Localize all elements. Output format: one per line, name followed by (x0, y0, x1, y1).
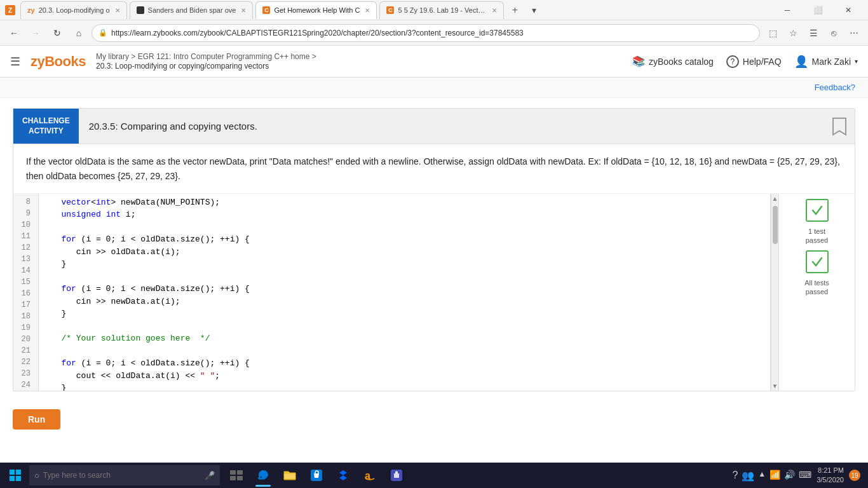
taskbar-taskview[interactable] (224, 463, 249, 488)
breadcrumb-bottom: 20.3: Loop-modifying or copying/comparin… (96, 62, 316, 71)
taskbar-amazon[interactable]: a (357, 463, 383, 488)
taskbar-edge[interactable] (250, 463, 276, 488)
scrollbar-thumb[interactable] (773, 206, 778, 244)
svg-rect-2 (10, 470, 15, 475)
line-numbers: 8 9 10 11 12 13 14 15 16 17 18 19 20 21 (13, 194, 39, 391)
tab1-label: 20.3. Loop-modifying o (39, 6, 110, 14)
browser-tab-3[interactable]: C Get Homework Help With C ✕ (255, 1, 377, 19)
share-button[interactable]: ⎋ (825, 24, 843, 42)
catalog-icon: 📚 (632, 55, 645, 67)
new-tab-button[interactable]: + (506, 2, 523, 18)
home-button[interactable]: ⌂ (70, 24, 88, 42)
taskbar-system-icons: ? 👥 ▲ 📶 🔊 ⌨ (732, 470, 811, 482)
tab-grid-button[interactable]: ⬚ (764, 24, 782, 42)
keyboard-icon[interactable]: ⌨ (799, 470, 811, 482)
challenge-description: If the vector oldData is the same as the… (13, 144, 855, 194)
help-button[interactable]: ? Help/FAQ (726, 55, 782, 68)
breadcrumb-nav: My library > EGR 121: Intro Computer Pro… (96, 52, 316, 71)
taskbar-time[interactable]: 8:21 PM 3/5/2020 (817, 466, 844, 485)
microphone-icon[interactable]: 🎤 (205, 471, 215, 480)
code-line-16: cin >> newData.at(i); (46, 295, 763, 308)
code-line-18 (46, 320, 763, 333)
tab1-close[interactable]: ✕ (115, 7, 120, 14)
all-checkmark-icon (811, 255, 824, 268)
code-line-17: } (46, 308, 763, 320)
catalog-button[interactable]: 📚 zyBooks catalog (632, 55, 714, 67)
tab3-close[interactable]: ✕ (365, 7, 370, 14)
reload-button[interactable]: ↻ (48, 24, 66, 42)
browser-tab-1[interactable]: zy 20.3. Loop-modifying o ✕ (20, 1, 127, 19)
test-results-panel: 1 testpassed All testspassed (778, 194, 855, 391)
code-area: 8 9 10 11 12 13 14 15 16 17 18 19 20 21 (13, 194, 855, 391)
tab4-close[interactable]: ✕ (492, 7, 497, 14)
bookmark-icon[interactable] (832, 117, 847, 136)
favorites-button[interactable]: ☆ (784, 24, 802, 42)
code-editor[interactable]: 8 9 10 11 12 13 14 15 16 17 18 19 20 21 (13, 194, 771, 391)
taskbar-dropbox[interactable] (330, 463, 356, 488)
show-hidden-icon[interactable]: ▲ (758, 470, 766, 482)
feedback-link[interactable]: Feedback? (815, 83, 855, 92)
svg-rect-5 (16, 476, 21, 481)
tab4-label: 5 5 Zy 19.6. Lab 19 - Vectors (398, 6, 487, 14)
svg-point-13 (395, 471, 398, 474)
amazon-icon: a (363, 468, 377, 482)
code-line-11: for (i = 0; i < oldData.size(); ++i) { (46, 233, 763, 246)
taskbar-store[interactable] (304, 463, 329, 488)
close-button[interactable]: ✕ (834, 0, 863, 20)
svg-rect-7 (237, 470, 243, 475)
date-display: 3/5/2020 (817, 475, 844, 485)
back-button[interactable]: ← (5, 24, 23, 42)
help-label: Help/FAQ (743, 57, 782, 67)
tab2-close[interactable]: ✕ (241, 7, 246, 14)
zybooks-logo: zyBooks (31, 53, 86, 70)
volume-icon[interactable]: 🔊 (784, 470, 795, 482)
more-button[interactable]: ⋯ (845, 24, 863, 42)
svg-rect-8 (230, 476, 236, 480)
maximize-button[interactable]: ⬜ (803, 0, 832, 20)
minimize-button[interactable]: ─ (773, 0, 802, 20)
taskbar: ○ 🎤 (0, 463, 868, 488)
notification-badge[interactable]: 19 (849, 470, 860, 481)
run-button[interactable]: Run (13, 409, 60, 430)
code-content[interactable]: vector<int> newData(NUM_POINTS); unsigne… (39, 194, 770, 391)
user-button[interactable]: 👤 Mark Zaki ▾ (794, 55, 858, 69)
people-icon[interactable]: 👥 (742, 470, 754, 482)
tab1-icon: zy (27, 6, 35, 14)
read-view-button[interactable]: ☰ (804, 24, 822, 42)
forward-button[interactable]: → (27, 24, 44, 42)
file-explorer-icon (283, 468, 297, 482)
network-icon[interactable]: 📶 (770, 470, 780, 482)
tab4-icon: C (386, 6, 394, 14)
user-dropdown-icon: ▾ (855, 58, 858, 65)
search-input[interactable] (43, 471, 201, 480)
browser-tab-4[interactable]: C 5 5 Zy 19.6. Lab 19 - Vectors ✕ (379, 1, 504, 19)
code-line-10 (46, 221, 763, 234)
tab2-label: Sanders and Biden spar ove (148, 6, 236, 14)
code-line-8: vector<int> newData(NUM_POINTS); (46, 196, 763, 209)
user-label: Mark Zaki (812, 57, 851, 67)
code-scrollbar[interactable]: ▲ ▼ (771, 194, 778, 391)
svg-rect-4 (10, 476, 15, 481)
hamburger-menu[interactable]: ☰ (10, 55, 20, 69)
challenge-block: CHALLENGEACTIVITY 20.3.5: Comparing and … (13, 108, 855, 391)
zybooks-header: ☰ zyBooks My library > EGR 121: Intro Co… (0, 46, 868, 78)
tab-list-button[interactable]: ▾ (526, 2, 542, 18)
window-icon: Z (5, 5, 15, 15)
browser-tab-2[interactable]: Sanders and Biden spar ove ✕ (130, 1, 254, 19)
breadcrumb-top: My library > EGR 121: Intro Computer Pro… (96, 52, 316, 61)
help-taskbar-icon[interactable]: ? (732, 470, 738, 482)
lock-icon: 🔒 (98, 29, 107, 37)
toolbar-actions: ⬚ ☆ ☰ ⎋ ⋯ (764, 24, 863, 42)
taskbar-file-explorer[interactable] (277, 463, 302, 488)
test1-badge (806, 199, 829, 222)
taskbar-teams[interactable] (384, 463, 409, 488)
start-button[interactable] (3, 463, 28, 488)
svg-rect-6 (230, 470, 236, 475)
taskbar-right: ? 👥 ▲ 📶 🔊 ⌨ 8:21 PM 3/5/2020 19 (732, 466, 865, 485)
code-line-22: cout << oldData.at(i) << " "; (46, 370, 763, 383)
challenge-label: CHALLENGEACTIVITY (13, 109, 79, 144)
window-controls: ─ ⬜ ✕ (773, 0, 863, 20)
feedback-bar: Feedback? (0, 78, 868, 98)
taskbar-search[interactable]: ○ 🎤 (29, 465, 220, 485)
address-bar[interactable]: 🔒 https://learn.zybooks.com/zybook/CALBA… (92, 24, 760, 42)
